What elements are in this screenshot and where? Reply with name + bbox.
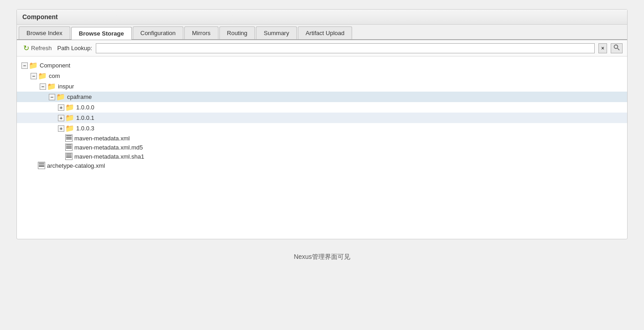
tab-browse-index[interactable]: Browse Index [19,26,70,39]
footer-text: Nexus管理界面可见 [294,253,350,261]
tree-node-maven-metadata-sha1[interactable]: maven-metadata.xml.sha1 [17,152,627,161]
folder-icon-cpaframe: 📁 [56,93,65,101]
node-label-inspur: inspur [58,83,74,90]
tree-node-v1003[interactable]: + 📁 1.0.0.3 [17,123,627,134]
tab-configuration[interactable]: Configuration [133,26,183,39]
tab-mirrors[interactable]: Mirrors [184,26,218,39]
tree-node-v1000[interactable]: + 📁 1.0.0.0 [17,102,627,113]
toggle-cpaframe[interactable]: − [49,94,55,100]
toggle-placeholder-maven-md5 [58,144,64,150]
path-lookup-label: Path Lookup: [57,45,93,52]
node-label-archetype-catalog: archetype-catalog.xml [47,162,105,169]
node-label-component: Component [40,62,70,69]
xml-icon-maven-md5 [65,144,73,151]
search-button[interactable] [611,43,623,53]
xml-icon-archetype-catalog [38,162,45,169]
node-label-v1001: 1.0.0.1 [76,114,94,121]
toggle-com[interactable]: − [31,73,37,79]
tree-node-maven-metadata-md5[interactable]: maven-metadata.xml.md5 [17,143,627,152]
toggle-v1001[interactable]: + [58,115,64,121]
folder-icon-v1003: 📁 [65,124,74,133]
clear-button[interactable]: × [598,43,607,53]
panel-title: Component [17,10,627,25]
tree-node-inspur[interactable]: − 📁 inspur [17,81,627,92]
svg-point-0 [614,45,618,49]
xml-icon-maven-metadata [65,134,73,142]
tab-artifact-upload[interactable]: Artifact Upload [298,26,352,39]
toolbar: ↻ Refresh Path Lookup: × [17,40,627,57]
tree-container: − 📁 Component − 📁 com − 📁 inspur − 📁 cpa… [17,57,627,239]
tabs-bar: Browse Index Browse Storage Configuratio… [17,25,627,40]
svg-line-1 [618,48,619,50]
node-label-maven-metadata: maven-metadata.xml [74,135,130,142]
tree-node-cpaframe[interactable]: − 📁 cpaframe [17,92,627,102]
toggle-placeholder-maven-sha1 [58,153,64,160]
main-panel: Component Browse Index Browse Storage Co… [16,9,628,239]
node-label-com: com [49,72,60,79]
folder-icon-v1000: 📁 [65,103,74,112]
tree-node-v1001[interactable]: + 📁 1.0.0.1 [17,113,627,123]
tree-node-archetype-catalog[interactable]: archetype-catalog.xml [17,161,627,170]
folder-icon-inspur: 📁 [47,82,56,91]
tree-node-com[interactable]: − 📁 com [17,71,627,81]
path-lookup-input[interactable] [96,43,595,53]
refresh-button[interactable]: ↻ Refresh [21,43,54,53]
tab-browse-storage[interactable]: Browse Storage [71,27,132,40]
node-label-maven-metadata-sha1: maven-metadata.xml.sha1 [74,153,144,160]
tree-node-component[interactable]: − 📁 Component [17,60,627,71]
refresh-icon: ↻ [23,44,29,52]
node-label-maven-metadata-md5: maven-metadata.xml.md5 [74,144,143,151]
toggle-inspur[interactable]: − [40,83,46,90]
search-icon [613,44,620,51]
tree-node-maven-metadata[interactable]: maven-metadata.xml [17,134,627,143]
node-label-v1003: 1.0.0.3 [76,125,94,132]
toggle-v1003[interactable]: + [58,125,64,132]
folder-icon-v1001: 📁 [65,113,74,122]
folder-icon-component: 📁 [29,61,38,70]
tab-routing[interactable]: Routing [219,26,255,39]
folder-icon-com: 📁 [38,72,47,80]
toggle-v1000[interactable]: + [58,104,64,111]
toggle-placeholder-maven-metadata [58,135,64,141]
node-label-cpaframe: cpaframe [67,93,92,100]
node-label-v1000: 1.0.0.0 [76,104,94,111]
xml-icon-maven-sha1 [65,153,73,160]
toggle-placeholder-archetype [31,162,37,169]
tab-summary[interactable]: Summary [256,26,297,39]
toggle-component[interactable]: − [21,62,28,69]
